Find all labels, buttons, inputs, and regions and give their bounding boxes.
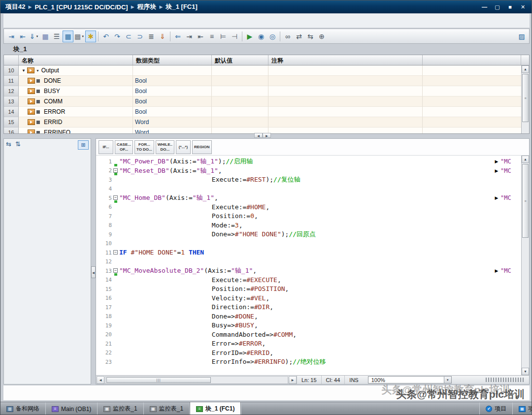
tab-watch-table-2[interactable]: ▦监控表_1 bbox=[144, 402, 189, 415]
snippet-tab-region[interactable]: REGION bbox=[192, 140, 212, 154]
update-block-call-icon[interactable]: ≣ bbox=[146, 31, 157, 42]
var-comment-cell[interactable] bbox=[268, 128, 423, 134]
code-line[interactable]: 13−"MC_MoveAbsolute_DB_2"(Axis:="轴_1",▶"… bbox=[96, 266, 521, 276]
format-code-icon[interactable]: ≡ bbox=[206, 31, 217, 42]
tab-project-2[interactable]: ▦项目 bbox=[513, 402, 532, 415]
code-line[interactable]: 5−"MC_Home_DB"(Axis:="轴_1",▶"MC bbox=[96, 193, 521, 203]
expand-all-icon[interactable]: ☰ bbox=[51, 31, 62, 42]
scroll-up-icon[interactable]: ▲ bbox=[522, 65, 529, 73]
fold-collapse-icon[interactable]: − bbox=[113, 195, 118, 200]
var-name-cell[interactable]: BUSY bbox=[19, 86, 133, 96]
code-line[interactable]: 2−"MC_Reset_DB"(Axis:="轴_1",▶"MC bbox=[96, 166, 521, 176]
restore-button[interactable]: ▢ bbox=[492, 2, 503, 12]
tab-devices-networks[interactable]: ▥备和网络 bbox=[0, 402, 45, 415]
add-row-below-icon[interactable]: ⇤ bbox=[17, 31, 28, 42]
code-line[interactable]: 21 Error=>#ERROR, bbox=[96, 339, 521, 349]
fold-collapse-icon[interactable]: − bbox=[113, 268, 118, 273]
header-data-type[interactable]: 数据类型 bbox=[133, 55, 212, 65]
tab-watch-table-1[interactable]: ▦监控表_1 bbox=[98, 402, 143, 415]
var-name-cell[interactable]: COMM bbox=[19, 96, 133, 107]
next-bookmark-icon[interactable]: ▶ bbox=[244, 31, 255, 42]
minimize-button[interactable]: — bbox=[479, 2, 490, 12]
interface-visible-icon[interactable]: ▦ bbox=[63, 31, 73, 42]
expand-pane-button[interactable]: ⊞ bbox=[78, 140, 89, 150]
var-default-cell[interactable] bbox=[212, 107, 268, 117]
var-default-cell[interactable] bbox=[212, 86, 268, 96]
scroll-right-icon[interactable]: ▶ bbox=[263, 133, 271, 138]
var-type-cell[interactable]: Bool bbox=[133, 96, 212, 107]
table-vertical-scrollbar[interactable]: ▲ ≡ bbox=[521, 65, 529, 134]
table-row[interactable]: 15ERRIDWord bbox=[4, 117, 529, 128]
indent-icon[interactable]: ⇥ bbox=[184, 31, 195, 42]
block-calls-icon[interactable]: ▩▼ bbox=[74, 31, 85, 42]
table-row[interactable]: 11DONEBool bbox=[4, 76, 529, 86]
table-row[interactable]: 10▼▼Output bbox=[4, 65, 529, 76]
header-comment[interactable]: 注释 bbox=[268, 55, 423, 65]
close-all-calls-icon[interactable]: ⊃ bbox=[134, 31, 145, 42]
go-back-icon[interactable]: ↶ bbox=[100, 31, 111, 42]
header-default-value[interactable]: 默认值 bbox=[212, 55, 268, 65]
breadcrumb-item[interactable]: 程序块 bbox=[137, 2, 157, 11]
hscrollbar-thumb[interactable]: ||| bbox=[106, 377, 211, 383]
code-line[interactable]: 19 Busy=>#BUSY, bbox=[96, 321, 521, 330]
var-comment-cell[interactable] bbox=[268, 96, 423, 107]
scroll-left-icon[interactable]: ◀ bbox=[254, 133, 263, 138]
snippet-tab-comment[interactable]: (*...*) bbox=[176, 140, 191, 154]
tab-block-1[interactable]: ≡块_1 (FC1) bbox=[190, 402, 241, 415]
collapse-arrow-icon[interactable]: ▼ bbox=[22, 68, 26, 73]
go-to-usage-icon[interactable]: ◎ bbox=[267, 31, 278, 42]
editor-horizontal-scrollbar[interactable]: ||| bbox=[105, 376, 288, 384]
sequence-structure-icon[interactable]: ⇆ bbox=[6, 140, 11, 148]
close-button[interactable]: ✕ bbox=[517, 2, 529, 12]
var-type-cell[interactable]: Word bbox=[133, 117, 212, 128]
outdent-icon[interactable]: ⇤ bbox=[195, 31, 206, 42]
link-icon[interactable]: ∞ bbox=[282, 31, 293, 42]
scroll-down-icon[interactable]: ▼ bbox=[522, 368, 529, 375]
table-scrollbar-thumb[interactable]: ≡ bbox=[522, 74, 529, 122]
resize-grip[interactable] bbox=[486, 378, 524, 382]
code-line[interactable]: 12 bbox=[96, 257, 521, 267]
sync-icon[interactable]: ⇆ bbox=[305, 31, 316, 42]
var-comment-cell[interactable] bbox=[268, 86, 423, 96]
code-line[interactable]: 18 Done=>#DONE, bbox=[96, 312, 521, 321]
code-area[interactable]: 1"MC_Power_DB"(Axis:="轴_1");//启用轴▶"MC2−"… bbox=[96, 156, 529, 375]
settings-icon[interactable]: ⊕ bbox=[316, 31, 327, 42]
code-line[interactable]: 15 Position:=#POSITION, bbox=[96, 285, 521, 294]
zoom-select[interactable]: 100% ▼ bbox=[368, 376, 452, 383]
tab-project[interactable]: ✔项目 bbox=[480, 402, 512, 415]
code-line[interactable]: 4 bbox=[96, 185, 521, 194]
var-name-cell[interactable]: ▼▼Output bbox=[19, 65, 133, 76]
favorites-icon[interactable]: ✱ bbox=[85, 31, 96, 42]
var-comment-cell[interactable] bbox=[268, 65, 423, 76]
code-line[interactable]: 16 Velocity:=#VEL, bbox=[96, 294, 521, 303]
zoom-dropdown-icon[interactable]: ▼ bbox=[444, 377, 451, 383]
header-name[interactable]: 名称 bbox=[19, 55, 133, 65]
editor-vertical-scrollbar[interactable]: ▲ ≡ ▼ bbox=[521, 156, 529, 375]
download-to-device-icon[interactable]: ⇓ bbox=[157, 31, 168, 42]
snippet-tab-case[interactable]: CASE...OF... bbox=[115, 140, 133, 154]
splitter-collapse-button[interactable]: ◀ bbox=[91, 266, 96, 278]
align-left-icon[interactable]: ⊨ bbox=[218, 31, 229, 42]
var-type-cell[interactable]: Word bbox=[133, 128, 212, 134]
snippet-tab-while[interactable]: WHILE..DO... bbox=[156, 140, 174, 154]
open-all-calls-icon[interactable]: ⊂ bbox=[123, 31, 134, 42]
align-right-icon[interactable]: ⊣ bbox=[229, 31, 240, 42]
code-line[interactable]: 23 ErrorInfo=>#ERRINFO);//绝对位移 bbox=[96, 357, 521, 367]
var-default-cell[interactable] bbox=[212, 76, 268, 86]
var-default-cell[interactable] bbox=[212, 65, 268, 76]
snippet-tab-if[interactable]: IF... bbox=[99, 140, 113, 154]
code-line[interactable]: 7 Position:=0, bbox=[96, 212, 521, 221]
var-name-cell[interactable]: ERROR bbox=[19, 107, 133, 117]
code-line[interactable]: 20 CommandAborted=>#COMM, bbox=[96, 330, 521, 340]
scroll-up-icon[interactable]: ▲ bbox=[522, 156, 529, 163]
insert-row-icon[interactable]: ⇥ bbox=[6, 31, 17, 42]
split-editor-icon[interactable]: ▨ bbox=[516, 31, 527, 42]
compare-icon[interactable]: ⇄ bbox=[294, 31, 304, 42]
list-structure-icon[interactable]: ⇅ bbox=[15, 140, 21, 148]
split-pane-arrow-icon[interactable]: ▶ bbox=[493, 168, 500, 173]
scroll-left-icon[interactable]: ◀ bbox=[97, 376, 104, 384]
var-name-cell[interactable]: ERRID bbox=[19, 117, 133, 128]
code-line[interactable]: 3 Execute:=#REST);//复位轴 bbox=[96, 175, 521, 185]
tab-main-ob1[interactable]: ≡Main (OB1) bbox=[46, 402, 97, 415]
maximize-button[interactable]: ■ bbox=[504, 2, 516, 12]
